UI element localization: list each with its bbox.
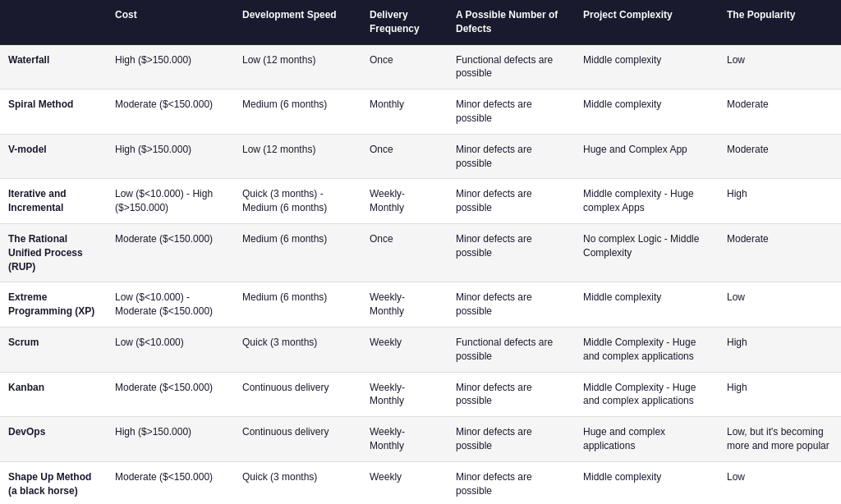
cell-defects: Minor defects are possible bbox=[448, 134, 575, 179]
cell-popularity: Low bbox=[719, 282, 841, 328]
cell-method: Spiral Method bbox=[0, 89, 107, 135]
cell-defects: Minor defects are possible bbox=[448, 179, 575, 224]
header-delivery: Delivery Frequency bbox=[361, 0, 448, 44]
cell-devspeed: Continuous delivery bbox=[234, 372, 361, 417]
cell-delivery: Weekly bbox=[361, 327, 448, 372]
cell-devspeed: Low (12 months) bbox=[234, 134, 361, 179]
cell-cost: High ($>150.000) bbox=[107, 44, 234, 89]
cell-popularity: Low bbox=[719, 44, 841, 89]
cell-devspeed: Quick (3 months) - Medium (6 months) bbox=[234, 179, 361, 224]
cell-complexity: Middle complexity bbox=[575, 282, 719, 328]
cell-method: The Rational Unified Process (RUP) bbox=[0, 223, 107, 282]
cell-defects: Minor defects are possible bbox=[448, 282, 575, 328]
cell-popularity: Moderate bbox=[719, 134, 841, 179]
cell-delivery: Monthly bbox=[361, 89, 448, 135]
cell-delivery: Weekly- Monthly bbox=[361, 372, 448, 417]
header-method bbox=[0, 0, 107, 44]
cell-complexity: Middle Complexity - Huge and complex app… bbox=[575, 372, 719, 417]
cell-method: DevOps bbox=[0, 417, 107, 462]
cell-defects: Functional defects are possible bbox=[448, 327, 575, 372]
cell-complexity: No complex Logic - Middle Complexity bbox=[575, 223, 719, 282]
cell-delivery: Once bbox=[361, 223, 448, 282]
cell-complexity: Middle complexity bbox=[575, 89, 719, 135]
cell-method: Kanban bbox=[0, 372, 107, 417]
cell-cost: Low ($<10.000) - Moderate ($<150.000) bbox=[107, 282, 234, 328]
cell-popularity: High bbox=[719, 327, 841, 372]
cell-complexity: Huge and complex applications bbox=[575, 417, 719, 462]
table-row: Shape Up Method (a black horse)Moderate … bbox=[0, 461, 841, 504]
header-devspeed: Development Speed bbox=[234, 0, 361, 44]
cell-cost: Low ($<10.000) bbox=[107, 327, 234, 372]
cell-defects: Minor defects are possible bbox=[448, 223, 575, 282]
cell-complexity: Middle Complexity - Huge and complex app… bbox=[575, 327, 719, 372]
cell-devspeed: Low (12 months) bbox=[234, 44, 361, 89]
cell-devspeed: Quick (3 months) bbox=[234, 461, 361, 504]
table-row: KanbanModerate ($<150.000)Continuous del… bbox=[0, 372, 841, 417]
table-row: ScrumLow ($<10.000)Quick (3 months)Weekl… bbox=[0, 327, 841, 372]
cell-delivery: Weekly bbox=[361, 461, 448, 504]
cell-devspeed: Medium (6 months) bbox=[234, 223, 361, 282]
header-popularity: The Popularity bbox=[719, 0, 841, 44]
cell-delivery: Weekly- Monthly bbox=[361, 179, 448, 224]
cell-method: Waterfall bbox=[0, 44, 107, 89]
cell-cost: Moderate ($<150.000) bbox=[107, 89, 234, 135]
cell-defects: Minor defects are possible bbox=[448, 461, 575, 504]
cell-delivery: Once bbox=[361, 134, 448, 179]
header-cost: Cost bbox=[107, 0, 234, 44]
cell-cost: Moderate ($<150.000) bbox=[107, 223, 234, 282]
cell-complexity: Middle complexity bbox=[575, 461, 719, 504]
cell-delivery: Weekly- Monthly bbox=[361, 417, 448, 462]
table-row: Iterative and IncrementalLow ($<10.000) … bbox=[0, 179, 841, 224]
cell-cost: Moderate ($<150.000) bbox=[107, 461, 234, 504]
cell-defects: Functional defects are possible bbox=[448, 44, 575, 89]
cell-method: Scrum bbox=[0, 327, 107, 372]
table-row: The Rational Unified Process (RUP)Modera… bbox=[0, 223, 841, 282]
comparison-table: Cost Development Speed Delivery Frequenc… bbox=[0, 0, 841, 504]
table-row: Spiral MethodModerate ($<150.000)Medium … bbox=[0, 89, 841, 135]
cell-complexity: Middle complexity bbox=[575, 44, 719, 89]
cell-popularity: Moderate bbox=[719, 89, 841, 135]
cell-defects: Minor defects are possible bbox=[448, 89, 575, 135]
cell-devspeed: Medium (6 months) bbox=[234, 282, 361, 328]
table-container: Cost Development Speed Delivery Frequenc… bbox=[0, 0, 841, 504]
cell-cost: Low ($<10.000) - High ($>150.000) bbox=[107, 179, 234, 224]
cell-defects: Minor defects are possible bbox=[448, 417, 575, 462]
cell-popularity: High bbox=[719, 179, 841, 224]
cell-complexity: Huge and Complex App bbox=[575, 134, 719, 179]
cell-popularity: High bbox=[719, 372, 841, 417]
cell-method: Extreme Programming (XP) bbox=[0, 282, 107, 328]
cell-cost: Moderate ($<150.000) bbox=[107, 372, 234, 417]
cell-cost: High ($>150.000) bbox=[107, 417, 234, 462]
table-header-row: Cost Development Speed Delivery Frequenc… bbox=[0, 0, 841, 44]
table-row: DevOpsHigh ($>150.000)Continuous deliver… bbox=[0, 417, 841, 462]
cell-delivery: Weekly- Monthly bbox=[361, 282, 448, 328]
cell-popularity: Low, but it's becoming more and more pop… bbox=[719, 417, 841, 462]
cell-complexity: Middle complexity - Huge complex Apps bbox=[575, 179, 719, 224]
cell-defects: Minor defects are possible bbox=[448, 372, 575, 417]
table-row: WaterfallHigh ($>150.000)Low (12 months)… bbox=[0, 44, 841, 89]
cell-method: Shape Up Method (a black horse) bbox=[0, 461, 107, 504]
cell-popularity: Low bbox=[719, 461, 841, 504]
cell-delivery: Once bbox=[361, 44, 448, 89]
cell-popularity: Moderate bbox=[719, 223, 841, 282]
cell-devspeed: Quick (3 months) bbox=[234, 327, 361, 372]
cell-devspeed: Medium (6 months) bbox=[234, 89, 361, 135]
table-row: V-modelHigh ($>150.000)Low (12 months)On… bbox=[0, 134, 841, 179]
cell-cost: High ($>150.000) bbox=[107, 134, 234, 179]
header-defects: A Possible Number of Defects bbox=[448, 0, 575, 44]
cell-method: Iterative and Incremental bbox=[0, 179, 107, 224]
cell-devspeed: Continuous delivery bbox=[234, 417, 361, 462]
table-row: Extreme Programming (XP)Low ($<10.000) -… bbox=[0, 282, 841, 328]
header-complexity: Project Complexity bbox=[575, 0, 719, 44]
cell-method: V-model bbox=[0, 134, 107, 179]
